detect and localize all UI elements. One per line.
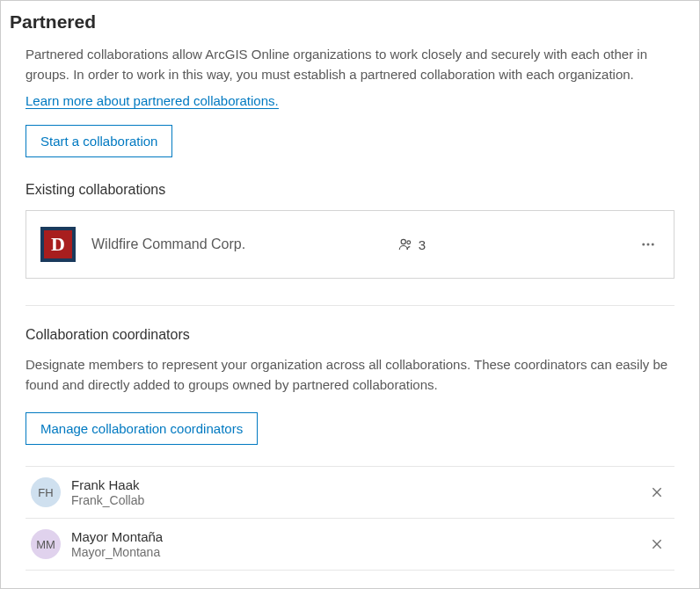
svg-point-4 (652, 244, 654, 246)
member-count-value: 3 (419, 237, 426, 252)
coordinator-name: Frank Haak (71, 477, 645, 492)
start-collaboration-button[interactable]: Start a collaboration (26, 125, 172, 157)
existing-collaborations-heading: Existing collaborations (26, 182, 674, 198)
coordinator-username: Mayor_Montana (71, 545, 645, 559)
coordinator-name: Mayor Montaña (71, 529, 645, 544)
svg-point-2 (642, 244, 645, 246)
section-divider (26, 305, 674, 306)
members-icon (397, 236, 413, 252)
learn-more-link[interactable]: Learn more about partnered collaboration… (26, 93, 279, 109)
coordinator-username: Frank_Collab (71, 493, 645, 507)
avatar: FH (31, 477, 61, 507)
intro-text: Partnered collaborations allow ArcGIS On… (26, 45, 674, 84)
svg-point-1 (407, 241, 411, 244)
coordinators-description: Designate members to represent your orga… (26, 355, 674, 395)
ellipsis-icon (640, 236, 656, 252)
collaboration-name: Wildfire Command Corp. (91, 236, 397, 252)
page-title: Partnered (10, 11, 674, 33)
coordinator-row: FH Frank Haak Frank_Collab (26, 466, 674, 518)
collaboration-card[interactable]: D Wildfire Command Corp. 3 (26, 210, 674, 279)
coordinators-list: FH Frank Haak Frank_Collab MM Mayor Mont… (26, 466, 674, 571)
remove-coordinator-button[interactable] (645, 480, 669, 505)
svg-point-3 (647, 244, 650, 246)
manage-coordinators-button[interactable]: Manage collaboration coordinators (26, 412, 258, 445)
svg-point-0 (401, 239, 405, 244)
more-options-button[interactable] (637, 233, 660, 256)
coordinator-row: MM Mayor Montaña Mayor_Montana (26, 518, 674, 571)
avatar: MM (31, 529, 61, 559)
coordinators-heading: Collaboration coordinators (26, 327, 674, 343)
org-logo: D (40, 227, 76, 262)
remove-coordinator-button[interactable] (645, 532, 669, 556)
close-icon (650, 537, 664, 551)
member-count: 3 (397, 236, 426, 252)
close-icon (650, 485, 664, 499)
